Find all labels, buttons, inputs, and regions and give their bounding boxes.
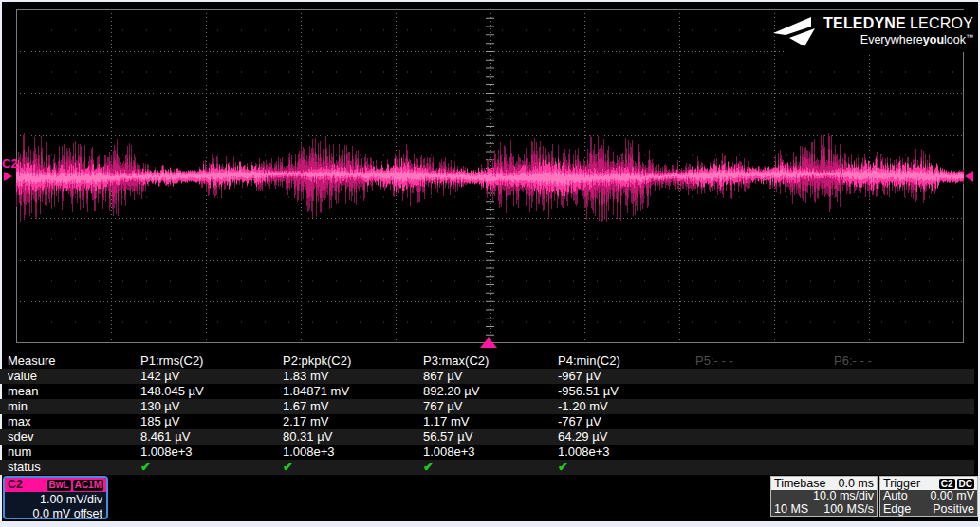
channel-c2-name: C2 bbox=[8, 478, 23, 492]
tagline-pre: Everywhere bbox=[860, 33, 923, 46]
measure-cell bbox=[695, 414, 834, 429]
measure-cell: 64.29 µV bbox=[558, 429, 695, 445]
trigger-level-marker-icon[interactable] bbox=[965, 171, 973, 182]
measure-cell: 1.008e+3 bbox=[558, 445, 695, 460]
measure-cell: -1.20 mV bbox=[558, 399, 695, 414]
measure-cell: -967 µV bbox=[558, 369, 695, 384]
measure-cell: 8.461 µV bbox=[140, 429, 283, 445]
measure-row-value: value142 µV1.83 mV867 µV-967 µV bbox=[0, 369, 974, 384]
timebase-title: Timebase bbox=[774, 477, 825, 490]
measure-cell: 142 µV bbox=[140, 369, 283, 384]
measure-cell: 185 µV bbox=[140, 414, 283, 429]
measure-column-p2[interactable]: P2:pkpk(C2) bbox=[283, 354, 423, 369]
logo-text: TELEDYNELECROY Everywhereyoulook™ bbox=[823, 16, 973, 46]
measure-cell bbox=[834, 369, 974, 384]
trigger-title: Trigger bbox=[883, 477, 920, 490]
trigger-header: Trigger C2 DC bbox=[880, 477, 977, 490]
measure-row-label: mean bbox=[8, 384, 140, 399]
measure-row-mean: mean148.045 µV1.84871 mV892.20 µV-956.51… bbox=[0, 384, 980, 399]
measure-column-p4[interactable]: P4:min(C2) bbox=[558, 354, 695, 369]
brand-lecroy: LECROY bbox=[910, 15, 973, 31]
channel-c2-offset-arrow-icon[interactable] bbox=[4, 172, 12, 181]
measure-cell: 1.008e+3 bbox=[423, 445, 558, 460]
measure-row-status: status✔✔✔✔ bbox=[0, 460, 974, 475]
measure-column-p3[interactable]: P3:max(C2) bbox=[423, 354, 558, 369]
measure-row-num: num1.008e+31.008e+31.008e+31.008e+3 bbox=[0, 445, 980, 460]
measure-row-sdev: sdev8.461 µV80.31 µV56.57 µV64.29 µV bbox=[0, 429, 974, 445]
brand-teledyne: TELEDYNE bbox=[823, 15, 906, 31]
tagline-tm: ™ bbox=[966, 33, 973, 42]
measure-cell: 767 µV bbox=[423, 399, 558, 414]
timebase-sample-rate: 100 MS/s bbox=[823, 503, 874, 517]
status-check-icon: ✔ bbox=[423, 460, 434, 474]
teledyne-logo-mark-icon bbox=[773, 16, 817, 47]
measure-title: Measure bbox=[8, 354, 140, 369]
timebase-position: 0.0 ms bbox=[838, 477, 874, 490]
timebase-samples: 10 MS bbox=[774, 503, 808, 517]
measure-row-label: sdev bbox=[8, 429, 140, 445]
timebase-header: Timebase 0.0 ms bbox=[771, 477, 877, 490]
status-check-icon: ✔ bbox=[283, 460, 293, 474]
measure-cell: 1.84871 mV bbox=[283, 384, 423, 399]
measure-cell: 1.008e+3 bbox=[283, 445, 423, 460]
trigger-mode: Auto bbox=[883, 490, 908, 503]
measure-cell: 1.83 mV bbox=[283, 369, 423, 384]
measure-cell bbox=[834, 414, 980, 429]
channel-c2-offset: 0.0 mV offset bbox=[5, 507, 106, 519]
measure-row-label: min bbox=[8, 399, 140, 414]
measure-cell: -956.51 µV bbox=[558, 384, 695, 399]
measure-cell: 148.045 µV bbox=[140, 384, 283, 399]
measure-table: MeasureP1:rms(C2)P2:pkpk(C2)P3:max(C2)P4… bbox=[0, 354, 980, 475]
measure-cell: 1.67 mV bbox=[283, 399, 423, 414]
measure-cell bbox=[834, 399, 974, 414]
channel-c2-header: C2 BwL AC1M bbox=[5, 478, 106, 492]
measure-cell: 80.31 µV bbox=[283, 429, 423, 445]
measure-cell bbox=[695, 384, 834, 399]
measure-cell: 892.20 µV bbox=[423, 384, 558, 399]
measure-row-label: status bbox=[8, 460, 140, 475]
measure-row-label: value bbox=[8, 369, 140, 384]
measure-cell: 2.17 mV bbox=[283, 414, 423, 429]
measure-cell bbox=[695, 445, 834, 460]
measure-row-label: num bbox=[8, 445, 140, 460]
bandwidth-limit-badge: BwL bbox=[47, 480, 71, 491]
trigger-box[interactable]: Trigger C2 DC Auto 0.00 mV Edge Positive bbox=[879, 476, 978, 517]
trigger-source-badge: C2 bbox=[939, 479, 955, 489]
tagline-post: look bbox=[944, 33, 966, 46]
measure-cell: 867 µV bbox=[423, 369, 558, 384]
teledyne-lecroy-logo: TELEDYNELECROY Everywhereyoulook™ bbox=[784, 10, 973, 52]
trigger-type: Edge bbox=[883, 503, 911, 517]
measure-column-p1[interactable]: P1:rms(C2) bbox=[140, 354, 283, 369]
coupling-ac1m-badge: AC1M bbox=[73, 480, 103, 491]
channel-c2-scale: 1.00 mV/div bbox=[5, 493, 106, 506]
measure-cell bbox=[834, 384, 980, 399]
timebase-scale: 10.0 ms/div bbox=[813, 490, 874, 503]
measure-cell: 56.57 µV bbox=[423, 429, 558, 445]
measure-row-label: max bbox=[8, 414, 140, 429]
status-check-icon: ✔ bbox=[558, 460, 568, 474]
status-check-icon: ✔ bbox=[140, 460, 151, 474]
channel-c2-zero-marker[interactable]: C2 bbox=[2, 157, 18, 170]
trigger-time-marker-icon[interactable] bbox=[480, 337, 497, 348]
measure-cell bbox=[695, 369, 834, 384]
measure-row-max: max185 µV2.17 mV1.17 mV-767 µV bbox=[0, 414, 980, 429]
tagline-you: you bbox=[923, 33, 944, 46]
measure-cell bbox=[834, 429, 974, 445]
trigger-level: 0.00 mV bbox=[930, 490, 974, 503]
measure-header-row: MeasureP1:rms(C2)P2:pkpk(C2)P3:max(C2)P4… bbox=[0, 354, 980, 369]
measure-row-min: min130 µV1.67 mV767 µV-1.20 mV bbox=[0, 399, 974, 414]
measure-column-p5[interactable]: P5:- - - bbox=[695, 354, 834, 369]
waveform-graticule bbox=[16, 9, 964, 343]
timebase-box[interactable]: Timebase 0.0 ms 10.0 ms/div 10 MS 100 MS… bbox=[770, 476, 878, 517]
measure-cell: 1.008e+3 bbox=[140, 445, 283, 460]
measure-cell bbox=[695, 429, 834, 445]
trigger-coupling-badge: DC bbox=[957, 479, 974, 489]
measure-cell bbox=[695, 399, 834, 414]
trigger-slope: Positive bbox=[933, 503, 974, 517]
measure-cell: 1.17 mV bbox=[423, 414, 558, 429]
measure-cell bbox=[834, 445, 980, 460]
measure-cell: 130 µV bbox=[140, 399, 283, 414]
oscilloscope-window: C2 TELEDYNELECROY Everywhereyoulook™ Mea… bbox=[0, 0, 980, 527]
measure-column-p6[interactable]: P6:- - - bbox=[834, 354, 980, 369]
channel-c2-descriptor-box[interactable]: C2 BwL AC1M 1.00 mV/div 0.0 mV offset bbox=[3, 476, 108, 519]
